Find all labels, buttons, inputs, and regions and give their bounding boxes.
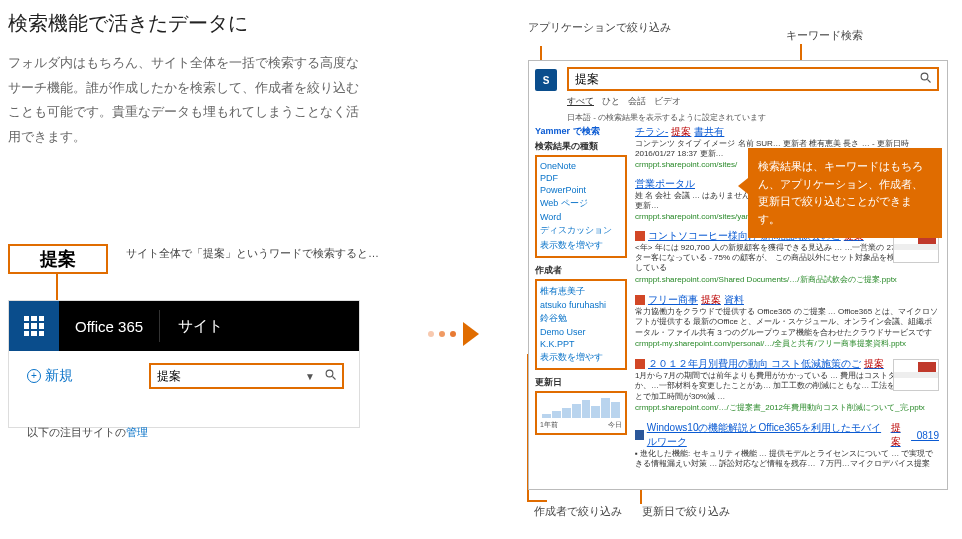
sharepoint-logo-icon: S xyxy=(535,69,557,91)
example-search-term-chip: 提案 xyxy=(8,244,108,274)
word-icon xyxy=(635,430,644,440)
facet-item[interactable]: Web ページ xyxy=(540,196,622,211)
result-scope-tabs: すべてひと会話ビデオ xyxy=(567,95,939,108)
search-hit: ２０１２年月別費用の動向 コスト低減施策のご提案1月から7月の期間では前年よりも… xyxy=(635,357,939,413)
hit-url[interactable]: crmppt.sharepoint.com/Shared Documents/…… xyxy=(635,274,939,285)
new-site-button[interactable]: + 新規 xyxy=(27,367,73,385)
facet-date-box: 1年前 今日 xyxy=(535,391,627,435)
facet-title-author: 作成者 xyxy=(535,264,627,277)
app-launcher-waffle[interactable] xyxy=(9,301,59,351)
facet-item[interactable]: ディスカッション xyxy=(540,223,622,238)
date-axis-left: 1年前 xyxy=(540,420,558,430)
hit-title[interactable]: フリー商事提案資料 xyxy=(635,293,939,307)
svg-point-0 xyxy=(326,370,333,377)
hit-url[interactable]: crmppt-my.sharepoint.com/personal/…/全員と共… xyxy=(635,338,939,349)
office365-sites-panel: Office 365 サイト + 新規 提案 ▼ 以下の注目サイトの管理 xyxy=(8,300,360,428)
date-axis-right: 今日 xyxy=(608,420,622,430)
facet-type-box: OneNotePDFPowerPointWeb ページWordディスカッション表… xyxy=(535,155,627,258)
annotation-app-filter: アプリケーションで絞り込み xyxy=(528,20,671,35)
language-note: 日本語 - の検索結果を表示するように設定されています xyxy=(567,112,939,123)
facet-title-type: 検索結果の種類 xyxy=(535,140,627,153)
facet-item[interactable]: 表示数を増やす xyxy=(540,238,622,253)
example-search-caption: サイト全体で「提案」というワードで検索すると… xyxy=(126,246,379,261)
office365-brand: Office 365 xyxy=(59,310,160,342)
search-icon[interactable] xyxy=(320,367,342,385)
annotation-date-filter: 更新日で絞り込み xyxy=(642,504,730,519)
search-icon[interactable] xyxy=(915,70,937,88)
facet-item[interactable]: PowerPoint xyxy=(540,184,622,196)
waffle-icon xyxy=(24,316,44,336)
example-search-term: 提案 xyxy=(40,247,76,271)
svg-point-2 xyxy=(921,73,928,80)
result-tab[interactable]: ビデオ xyxy=(654,95,681,108)
search-hit: フリー商事提案資料常力協働力をクラウドで提供する Office365 のご提案 … xyxy=(635,293,939,349)
result-tab[interactable]: ひと xyxy=(602,95,620,108)
hit-title[interactable]: Windows10の機能解説とOffice365を利用したモバイルワーク提案_0… xyxy=(635,421,939,449)
facet-title-date: 更新日 xyxy=(535,376,627,389)
connector-line xyxy=(640,490,642,504)
facet-item[interactable]: 鈴谷勉 xyxy=(540,311,622,326)
site-search-box[interactable]: 提案 ▼ xyxy=(149,363,344,389)
facet-item[interactable]: Word xyxy=(540,211,622,223)
result-tab[interactable]: すべて xyxy=(567,95,594,108)
connector-line xyxy=(527,500,547,502)
hero-title: 検索機能で活きたデータに xyxy=(8,10,368,37)
facet-item[interactable]: 椎有恵美子 xyxy=(540,284,622,299)
facet-author-box: 椎有恵美子atsuko furuhashi鈴谷勉Demo UserK.K.PPT… xyxy=(535,279,627,370)
svg-line-1 xyxy=(333,377,336,380)
new-site-label: 新規 xyxy=(45,367,73,385)
svg-line-3 xyxy=(928,80,931,83)
date-histogram[interactable] xyxy=(540,396,622,420)
search-hit: Windows10の機能解説とOffice365を利用したモバイルワーク提案_0… xyxy=(635,421,939,470)
yammer-search-heading[interactable]: Yammer で検索 xyxy=(535,125,627,138)
annotation-keyword: キーワード検索 xyxy=(786,28,863,43)
site-search-value: 提案 xyxy=(151,368,300,385)
search-results-pane: S 提案 すべてひと会話ビデオ 日本語 - の検索結果を表示するように設定されて… xyxy=(528,60,948,490)
hit-snippet: ▪ 進化した機能: セキュリティ機能 … 提供モデルとライセンスについて … で… xyxy=(635,449,939,470)
results-search-value: 提案 xyxy=(569,71,915,88)
powerpoint-icon xyxy=(635,231,645,241)
plus-icon: + xyxy=(27,369,41,383)
powerpoint-icon xyxy=(635,359,645,369)
facet-item[interactable]: Demo User xyxy=(540,326,622,338)
dropdown-caret-icon[interactable]: ▼ xyxy=(300,371,320,382)
result-tab[interactable]: 会話 xyxy=(628,95,646,108)
powerpoint-icon xyxy=(635,295,645,305)
facet-item[interactable]: 表示数を増やす xyxy=(540,350,622,365)
facet-item[interactable]: PDF xyxy=(540,172,622,184)
hero-body: フォルダ内はもちろん、サイト全体を一括で検索する高度なサーチ機能。誰が作成したか… xyxy=(8,51,368,150)
site-heading: サイト xyxy=(160,317,241,336)
annotation-author-filter: 作成者で絞り込み xyxy=(534,504,622,519)
hit-snippet: 常力協働力をクラウドで提供する Office365 のご提案 … Office3… xyxy=(635,307,939,338)
facet-item[interactable]: atsuko furuhashi xyxy=(540,299,622,311)
results-search-box[interactable]: 提案 xyxy=(567,67,939,91)
callout-search-filters: 検索結果は、キーワードはもちろん、アプリケーション、作成者、更新日で絞り込むこと… xyxy=(748,148,942,238)
facet-item[interactable]: OneNote xyxy=(540,160,622,172)
facet-item[interactable]: K.K.PPT xyxy=(540,338,622,350)
hit-thumbnail xyxy=(893,359,939,391)
manage-promoted-sites: 以下の注目サイトの管理 xyxy=(27,425,341,440)
hit-url[interactable]: crmppt.sharepoint.com/…/ご提案書_2012年費用動向コス… xyxy=(635,402,939,413)
manage-link[interactable]: 管理 xyxy=(126,426,148,438)
flow-arrow xyxy=(428,322,479,346)
hit-title[interactable]: チラシ-提案書共有 xyxy=(635,125,939,139)
